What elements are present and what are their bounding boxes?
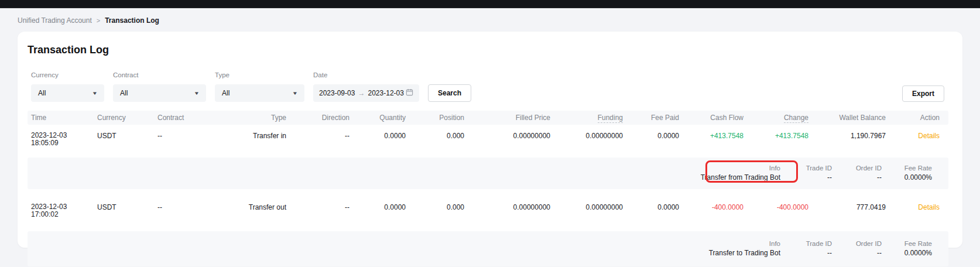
cell-wallet-balance: 777.0419 <box>810 203 888 211</box>
detail-order-id-label: Order ID <box>832 164 882 172</box>
top-nav-bar <box>0 0 980 8</box>
cell-quantity: 0.0000 <box>351 132 407 140</box>
type-filter-label: Type <box>215 71 304 78</box>
cell-filled-price: 0.00000000 <box>466 132 552 140</box>
detail-fee-rate-value: 0.0000% <box>882 248 932 258</box>
table-row: 2023-12-03 17:00:02 USDT -- Transfer out… <box>28 196 948 224</box>
detail-trade-id-cell: Trade ID -- <box>780 239 832 258</box>
detail-fee-rate-label: Fee Rate <box>882 164 932 172</box>
contract-filter-group: Contract All ▼ <box>113 71 206 102</box>
col-header-quantity: Quantity <box>351 114 407 122</box>
col-header-time: Time <box>28 114 97 122</box>
col-header-action: Action <box>888 114 948 122</box>
detail-trade-id-value: -- <box>780 173 832 183</box>
contract-filter-value: All <box>120 89 128 97</box>
cell-wallet-balance: 1,190.7967 <box>810 132 888 140</box>
detail-fee-rate-cell: Fee Rate 0.0000% <box>882 239 932 258</box>
cell-filled-price: 0.00000000 <box>466 203 552 211</box>
currency-filter-value: All <box>38 89 46 97</box>
currency-filter-group: Currency All ▼ <box>31 71 104 102</box>
cell-type: Transfer out <box>218 203 288 211</box>
detail-fee-rate-label: Fee Rate <box>882 239 932 248</box>
calendar-icon <box>406 88 413 98</box>
details-link[interactable]: Details <box>918 203 940 211</box>
funding-tooltip-trigger[interactable]: Funding <box>598 114 623 123</box>
detail-info-value: Transfer to Trading Bot <box>709 248 780 258</box>
date-range-end: 2023-12-03 <box>368 89 404 97</box>
cell-currency: USDT <box>97 132 157 140</box>
cell-position: 0.000 <box>407 203 466 211</box>
detail-order-id-cell: Order ID -- <box>832 239 882 258</box>
table-header-row: Time Currency Contract Type Direction Qu… <box>28 111 948 125</box>
cell-funding: 0.00000000 <box>552 132 625 140</box>
cell-quantity: 0.0000 <box>351 203 407 211</box>
detail-order-id-label: Order ID <box>832 239 882 248</box>
date-filter-label: Date <box>313 71 419 78</box>
cell-cash-flow: -400.0000 <box>681 203 745 211</box>
chevron-down-icon: ▼ <box>194 91 200 96</box>
cell-direction: -- <box>288 132 351 140</box>
detail-order-id-value: -- <box>832 173 882 183</box>
detail-trade-id-cell: Trade ID -- <box>780 164 832 183</box>
detail-trade-id-label: Trade ID <box>780 239 832 248</box>
cell-direction: -- <box>288 203 351 211</box>
col-header-currency: Currency <box>97 114 157 122</box>
cell-position: 0.000 <box>407 132 466 140</box>
cell-currency: USDT <box>97 203 157 211</box>
currency-filter-select[interactable]: All ▼ <box>31 84 104 102</box>
export-button[interactable]: Export <box>902 85 944 102</box>
cell-change: +413.7548 <box>745 132 810 140</box>
detail-info-label: Info <box>701 164 780 172</box>
page-title: Transaction Log <box>28 32 952 56</box>
col-header-cash-flow: Cash Flow <box>681 114 745 122</box>
chevron-down-icon: ▼ <box>292 91 298 96</box>
detail-fee-rate-cell: Fee Rate 0.0000% <box>882 164 932 183</box>
details-link[interactable]: Details <box>918 132 940 140</box>
cell-funding: 0.00000000 <box>552 203 625 211</box>
date-filter-group: Date 2023-09-03 → 2023-12-03 <box>313 71 419 102</box>
detail-order-id-cell: Order ID -- <box>832 164 882 183</box>
detail-trade-id-label: Trade ID <box>780 164 832 172</box>
col-header-position: Position <box>407 114 466 122</box>
detail-order-id-value: -- <box>832 248 882 258</box>
detail-info-value: Transfer from Trading Bot <box>701 173 780 183</box>
col-header-type: Type <box>218 114 288 122</box>
contract-filter-select[interactable]: All ▼ <box>113 84 206 102</box>
breadcrumb: Unified Trading Account > Transaction Lo… <box>18 8 962 32</box>
col-header-contract: Contract <box>157 114 218 122</box>
cell-time: 2023-12-03 17:00:02 <box>28 203 97 218</box>
contract-filter-label: Contract <box>113 71 206 78</box>
date-range-picker[interactable]: 2023-09-03 → 2023-12-03 <box>313 84 419 102</box>
chevron-down-icon: ▼ <box>92 91 98 96</box>
col-header-change: Change <box>745 114 810 122</box>
transaction-table: Time Currency Contract Type Direction Qu… <box>28 111 952 266</box>
detail-info-label: Info <box>709 239 780 248</box>
cell-contract: -- <box>157 203 218 211</box>
cell-contract: -- <box>157 132 218 140</box>
cell-change: -400.0000 <box>745 203 810 211</box>
col-header-fee-paid: Fee Paid <box>625 114 681 122</box>
type-filter-select[interactable]: All ▼ <box>215 84 304 102</box>
breadcrumb-separator-icon: > <box>97 17 100 24</box>
change-tooltip-trigger[interactable]: Change <box>784 114 808 123</box>
transaction-log-card: Transaction Log Currency All ▼ Contract … <box>18 32 962 248</box>
cell-fee-paid: 0.0000 <box>625 132 681 140</box>
breadcrumb-unified-trading-account[interactable]: Unified Trading Account <box>18 16 92 25</box>
date-range-arrow-icon: → <box>357 89 366 97</box>
detail-fee-rate-value: 0.0000% <box>882 173 932 183</box>
col-header-filled-price: Filled Price <box>466 114 552 122</box>
currency-filter-label: Currency <box>31 71 104 78</box>
cell-fee-paid: 0.0000 <box>625 203 681 211</box>
transaction-log-page: Unified Trading Account > Transaction Lo… <box>0 8 980 248</box>
table-row: 2023-12-03 18:05:09 USDT -- Transfer in … <box>28 125 948 152</box>
detail-trade-id-value: -- <box>780 248 832 258</box>
search-button[interactable]: Search <box>428 84 471 102</box>
col-header-wallet-balance: Wallet Balance <box>810 114 888 122</box>
date-range-start: 2023-09-03 <box>319 89 355 97</box>
row-detail-panel: Info Transfer to Trading Bot Trade ID --… <box>28 231 948 266</box>
row-detail-panel: Info Transfer from Trading Bot Trade ID … <box>28 158 948 189</box>
type-filter-value: All <box>222 89 229 97</box>
detail-info-cell: Info Transfer from Trading Bot <box>701 164 780 183</box>
cell-type: Transfer in <box>218 132 288 140</box>
cell-time: 2023-12-03 18:05:09 <box>28 132 97 147</box>
